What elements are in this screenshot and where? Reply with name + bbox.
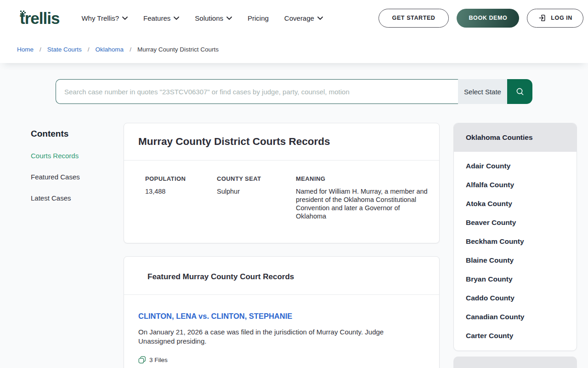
county-link[interactable]: Blaine County <box>454 251 577 270</box>
contents-item-link[interactable]: Courts Records <box>31 152 79 160</box>
files-count-label: 3 Files <box>149 356 168 363</box>
stat-value: Sulphur <box>217 187 296 196</box>
search-input[interactable] <box>56 79 458 104</box>
county-link[interactable]: Atoka County <box>454 194 577 213</box>
county-list-item: Caddo County <box>454 288 577 307</box>
breadcrumb-link[interactable]: State Courts <box>47 46 82 53</box>
nav-menu-item[interactable]: Features <box>143 14 179 22</box>
nav-menu-item[interactable]: Pricing <box>248 14 269 22</box>
trellis-logo[interactable]: trellis <box>18 10 59 26</box>
nav-item-label: Why Trellis? <box>81 14 119 22</box>
counties-card-title: Oklahoma Counties <box>454 123 577 152</box>
breadcrumb: Home / State Courts / Oklahoma / Murray … <box>17 46 219 53</box>
county-list-item: Beckham County <box>454 232 577 251</box>
state-selector-label: Select State <box>464 88 501 96</box>
county-link[interactable]: Canadian County <box>454 307 577 326</box>
nav-item-label: Coverage <box>284 14 314 22</box>
county-list-item: Carter County <box>454 326 577 345</box>
breadcrumb-link[interactable]: Oklahoma <box>96 46 124 53</box>
files-icon <box>138 356 146 364</box>
nav-item-label: Features <box>143 14 170 22</box>
county-list-item: Alfalfa County <box>454 175 577 194</box>
county-link[interactable]: Bryan County <box>454 270 577 288</box>
county-link[interactable]: Adair County <box>454 156 577 175</box>
contents-sidebar: Contents Courts Records Featured Cases L… <box>31 123 113 215</box>
county-list-item: Adair County <box>454 156 577 175</box>
main-content: Murray County District Courts Records PO… <box>124 123 440 368</box>
county-link[interactable]: Caddo County <box>454 288 577 307</box>
breadcrumb-item: Murray County District Courts / <box>137 46 219 53</box>
breadcrumb-item: Oklahoma / <box>96 46 131 53</box>
case-files: 3 Files <box>138 356 425 364</box>
breadcrumb-link[interactable]: Murray County District Courts <box>137 46 219 53</box>
nav-menu-item[interactable]: Why Trellis? <box>81 14 128 22</box>
chevron-down-icon <box>226 17 232 20</box>
book-demo-button[interactable]: BOOK DEMO <box>457 9 519 28</box>
breadcrumb-item: Home / <box>17 46 41 53</box>
contents-title: Contents <box>31 129 113 139</box>
counties-list: Adair County Alfalfa County Atoka County… <box>454 152 577 345</box>
contents-item-link[interactable]: Featured Cases <box>31 173 80 181</box>
breadcrumb-bar: Home / State Courts / Oklahoma / Murray … <box>0 36 588 63</box>
featured-case: CLINTON, LENA vs. CLINTON, STEPHANIE On … <box>124 295 439 368</box>
county-stat: COUNTY SEAT Sulphur <box>217 175 296 220</box>
contents-item: Courts Records <box>31 152 113 160</box>
county-stats: POPULATION 13,488 COUNTY SEAT Sulphur ME… <box>124 161 439 243</box>
search-icon <box>515 86 525 97</box>
stat-label: POPULATION <box>145 175 217 182</box>
breadcrumb-separator: / <box>40 46 41 53</box>
case-search-bar: Select State <box>56 79 532 104</box>
nav-item-label: Solutions <box>195 14 223 22</box>
get-started-button[interactable]: GET STARTED <box>379 9 449 28</box>
county-stat: MEANING Named for William H. Murray, a m… <box>296 175 430 220</box>
log-in-label: LOG IN <box>551 15 572 21</box>
header-actions: GET STARTED BOOK DEMO LOG IN <box>379 9 583 28</box>
featured-records-card: Featured Murray County Court Records CLI… <box>124 256 440 368</box>
county-list-item: Beaver County <box>454 213 577 232</box>
chevron-down-icon <box>317 17 323 20</box>
county-link[interactable]: Beaver County <box>454 213 577 232</box>
stat-value: 13,488 <box>145 187 217 196</box>
top-navigation: trellis Why Trellis? Features Solutions … <box>0 0 588 36</box>
contents-item: Latest Cases <box>31 194 113 202</box>
next-section-card-stub <box>453 356 577 368</box>
county-list-item: Canadian County <box>454 307 577 326</box>
login-icon <box>538 14 546 22</box>
counties-sidebar: Oklahoma Counties Adair County Alfalfa C… <box>453 123 577 368</box>
breadcrumb-separator: / <box>130 46 131 53</box>
state-selector[interactable]: Select State <box>458 79 507 104</box>
county-link[interactable]: Alfalfa County <box>454 175 577 194</box>
case-description: On January 21, 2026 a case was filed in … <box>138 328 410 346</box>
stat-value: Named for William H. Murray, a member an… <box>296 187 430 220</box>
featured-card-header: Featured Murray County Court Records <box>124 257 439 294</box>
nav-item-label: Pricing <box>248 14 269 22</box>
county-list-item: Bryan County <box>454 270 577 288</box>
stat-label: COUNTY SEAT <box>217 175 296 182</box>
nav-menu-item[interactable]: Coverage <box>284 14 323 22</box>
records-card-header: Murray County District Courts Records <box>124 123 439 160</box>
chevron-down-icon <box>174 17 179 20</box>
logo-text: trellis <box>20 9 59 27</box>
logo-pixels-icon <box>20 11 22 12</box>
case-title-link[interactable]: CLINTON, LENA vs. CLINTON, STEPHANIE <box>138 312 292 321</box>
contents-list: Courts Records Featured Cases Latest Cas… <box>31 152 113 202</box>
stat-label: MEANING <box>296 175 430 182</box>
county-link[interactable]: Beckham County <box>454 232 577 251</box>
county-stat: POPULATION 13,488 <box>145 175 217 220</box>
county-list-item: Blaine County <box>454 251 577 270</box>
main-nav: Why Trellis? Features Solutions Pricing … <box>81 14 323 22</box>
breadcrumb-separator: / <box>88 46 90 53</box>
contents-item: Featured Cases <box>31 173 113 181</box>
breadcrumb-item: State Courts / <box>47 46 90 53</box>
counties-card: Oklahoma Counties Adair County Alfalfa C… <box>453 123 577 351</box>
page-body: Contents Courts Records Featured Cases L… <box>0 104 588 368</box>
chevron-down-icon <box>122 17 128 20</box>
search-button[interactable] <box>507 79 532 104</box>
nav-menu-item[interactable]: Solutions <box>195 14 232 22</box>
county-link[interactable]: Carter County <box>454 326 577 345</box>
county-list-item: Atoka County <box>454 194 577 213</box>
breadcrumb-link[interactable]: Home <box>17 46 34 53</box>
contents-item-link[interactable]: Latest Cases <box>31 194 71 202</box>
featured-section-title: Featured Murray County Court Records <box>147 272 425 282</box>
log-in-button[interactable]: LOG IN <box>527 9 583 28</box>
